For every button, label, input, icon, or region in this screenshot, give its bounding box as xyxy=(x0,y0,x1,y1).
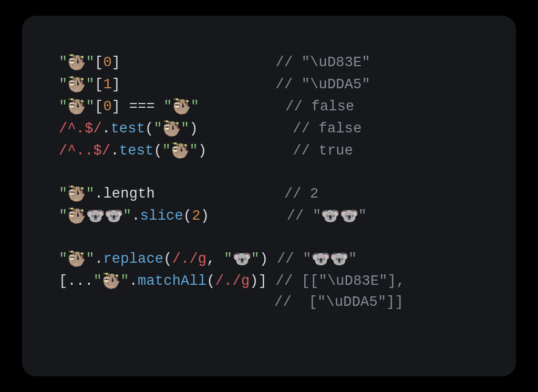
close-bracket: ] xyxy=(112,99,120,115)
pad xyxy=(155,186,284,202)
number-literal: 0 xyxy=(103,55,111,70)
quote: " xyxy=(86,251,95,267)
spread-open: [... xyxy=(59,273,94,289)
koala-koala-emoji: 🐨🐨 xyxy=(321,205,358,227)
open-bracket: [ xyxy=(95,99,103,115)
dot: . xyxy=(129,273,138,289)
quote: " xyxy=(86,55,95,70)
regex-literal: /^..$/ xyxy=(59,143,110,159)
quote: " xyxy=(224,251,232,267)
quote: " xyxy=(59,208,67,224)
quote: " xyxy=(59,186,67,202)
close-bracket: ] xyxy=(112,77,120,92)
code-line: /^..$/.test("🦥") // true xyxy=(59,140,484,162)
open-paren: ( xyxy=(153,143,162,159)
quote: " xyxy=(59,77,67,92)
code-line: /^.$/.test("🦥") // false xyxy=(59,118,484,140)
code-line: // ["\uDDA5"]] xyxy=(59,292,484,313)
regex-literal: /^.$/ xyxy=(59,121,102,137)
quote: " xyxy=(59,99,67,115)
koala-koala-emoji: 🐨🐨 xyxy=(312,248,348,270)
pad xyxy=(267,273,275,289)
sloth-emoji: 🦥 xyxy=(171,140,189,162)
sloth-emoji: 🦥 xyxy=(102,270,120,292)
number-literal: 0 xyxy=(103,99,111,115)
method-matchall: matchAll xyxy=(138,273,206,289)
close-bracket: ] xyxy=(112,55,120,70)
comment: // ["\uDDA5"]] xyxy=(274,294,404,310)
sloth-emoji: 🦥 xyxy=(67,248,86,270)
code-line: "🦥".replace(/./g, "🐨") // "🐨🐨" xyxy=(59,248,484,270)
regex-literal: /./g xyxy=(215,273,250,289)
quote: " xyxy=(251,251,260,267)
quote: " xyxy=(59,55,67,70)
pad xyxy=(206,143,293,159)
open-bracket: [ xyxy=(95,77,103,92)
method-test: test xyxy=(119,143,154,159)
koala-emoji: 🐨 xyxy=(233,248,251,270)
pad xyxy=(198,121,293,137)
code-card: "🦥"[0] // "\uD83E" "🦥"[1] // "\uDDA5" "🦥… xyxy=(22,16,516,376)
quote: " xyxy=(59,251,67,267)
pad xyxy=(59,294,274,310)
code-line: "🦥"[0] === "🦥" // false xyxy=(59,96,484,118)
regex-literal: /./g xyxy=(172,251,207,267)
quote: " xyxy=(163,99,172,115)
comment: // "🐨🐨" xyxy=(277,251,357,267)
method-test: test xyxy=(110,121,145,137)
quote: " xyxy=(181,121,189,137)
code-line: "🦥".length // 2 xyxy=(59,183,484,205)
open-paren: ( xyxy=(145,121,153,137)
blank-line xyxy=(59,162,484,183)
quote: " xyxy=(86,77,95,92)
code-line: "🦥🐨🐨".slice(2) // "🐨🐨" xyxy=(59,205,484,227)
sloth-emoji: 🦥 xyxy=(67,74,86,96)
comment: // false xyxy=(293,121,361,137)
pad xyxy=(199,99,285,115)
quote: " xyxy=(86,186,95,202)
method-replace: replace xyxy=(103,251,163,267)
pad xyxy=(120,77,275,92)
sloth-koala-koala-emoji: 🦥🐨🐨 xyxy=(67,205,123,227)
comment: // [["\uD83E"], xyxy=(276,273,405,289)
quote: " xyxy=(120,273,129,289)
dot: . xyxy=(102,121,110,137)
close-paren: ) xyxy=(260,251,268,267)
open-paren: ( xyxy=(183,208,192,224)
quote: " xyxy=(191,99,199,115)
comment: // "\uD83E" xyxy=(275,55,370,70)
number-literal: 1 xyxy=(103,77,111,92)
number-literal: 2 xyxy=(192,208,200,224)
comment: // false xyxy=(285,99,354,115)
quote: " xyxy=(123,208,131,224)
open-paren: ( xyxy=(163,251,172,267)
quote: " xyxy=(189,143,198,159)
sloth-emoji: 🦥 xyxy=(162,118,181,140)
comment: // 2 xyxy=(284,186,319,202)
pad xyxy=(209,208,287,224)
close-paren: ) xyxy=(189,121,198,137)
comment: // true xyxy=(293,143,353,159)
close-paren: ) xyxy=(250,273,258,289)
pad xyxy=(120,55,275,70)
comma: , xyxy=(206,251,224,267)
quote: " xyxy=(94,273,102,289)
sloth-emoji: 🦥 xyxy=(172,96,191,118)
quote: " xyxy=(153,121,162,137)
sloth-emoji: 🦥 xyxy=(67,51,86,74)
open-paren: ( xyxy=(206,273,215,289)
dot: . xyxy=(95,186,103,202)
close-bracket: ] xyxy=(258,273,267,289)
code-line: "🦥"[1] // "\uDDA5" xyxy=(59,74,484,96)
code-line: "🦥"[0] // "\uD83E" xyxy=(59,51,484,74)
quote: " xyxy=(162,143,171,159)
code-line: [..."🦥".matchAll(/./g)] // [["\uD83E"], xyxy=(59,270,484,292)
comment: // "🐨🐨" xyxy=(287,208,367,224)
quote: " xyxy=(86,99,95,115)
sloth-emoji: 🦥 xyxy=(67,96,86,118)
close-paren: ) xyxy=(201,208,209,224)
strict-equals: === xyxy=(120,99,163,115)
dot: . xyxy=(110,143,119,159)
method-slice: slice xyxy=(140,208,183,224)
blank-line xyxy=(59,227,484,248)
